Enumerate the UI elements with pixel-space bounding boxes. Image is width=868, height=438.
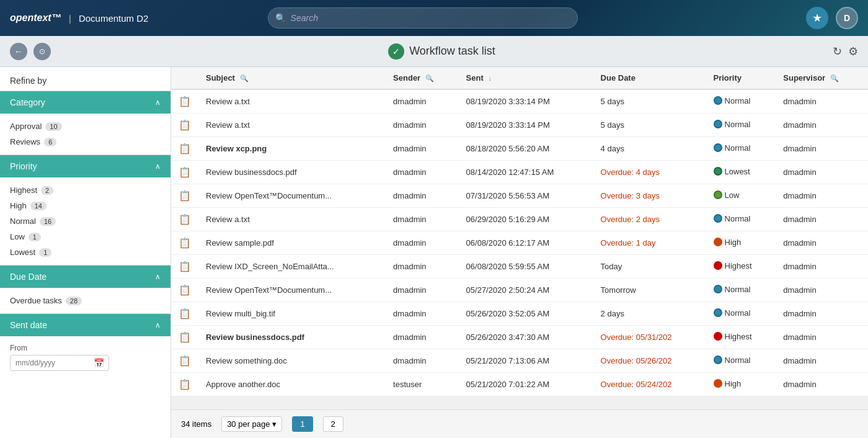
favorites-button[interactable]: ★ (806, 7, 828, 29)
table-row[interactable]: 📋 Review businessdocs.pdf dmadmin 05/26/… (171, 326, 868, 349)
header-actions: ★ D (806, 7, 858, 29)
normal-badge: 16 (40, 217, 56, 226)
logo-opentext: opentext™ (10, 12, 61, 24)
priority-dot (714, 308, 722, 317)
task-table: Subject 🔍 Sender 🔍 Sent ↓ Due Date Prio (171, 67, 868, 396)
filter-item-highest[interactable]: Highest 2 (10, 182, 161, 198)
page-title-container: ✓ Workflow task list (51, 43, 833, 60)
refresh-icon: ↻ (833, 45, 842, 58)
filter-item-approval[interactable]: Approval 10 (10, 118, 161, 134)
per-page-selector[interactable]: 30 per page ▾ (221, 416, 282, 432)
row-priority: Normal (706, 89, 776, 114)
priority-label: Normal (725, 308, 751, 318)
sender-search-icon[interactable]: 🔍 (425, 74, 434, 82)
filter-item-low[interactable]: Low 1 (10, 229, 161, 244)
status-icon: ✓ (388, 43, 404, 60)
user-menu-button[interactable]: D (836, 7, 858, 29)
table-row[interactable]: 📋 Review OpenText™Documentum... dmadmin … (171, 279, 868, 302)
col-duedate: Due Date (593, 67, 706, 89)
col-sender: Sender 🔍 (386, 67, 458, 89)
row-sent: 06/08/2020 6:12:17 AM (459, 231, 593, 255)
table-row[interactable]: 📋 Review businessdocs.pdf dmadmin 08/14/… (171, 161, 868, 184)
row-subject: Review xcp.png (198, 137, 386, 161)
table-row[interactable]: 📋 Review IXD_Screen_NoEmailAtta... dmadm… (171, 255, 868, 279)
document-icon: 📋 (179, 167, 191, 177)
filter-section-sentdate-header[interactable]: Sent date ∧ (0, 314, 170, 336)
filter-section-duedate-header[interactable]: Due Date ∧ (0, 266, 170, 288)
table-row[interactable]: 📋 Review sample.pdf dmadmin 06/08/2020 6… (171, 231, 868, 255)
back-button[interactable]: ← (10, 43, 27, 60)
table-row[interactable]: 📋 Review a.txt dmadmin 08/19/2020 3:33:1… (171, 114, 868, 137)
row-icon-cell: 📋 (171, 349, 198, 373)
category-items: Approval 10 Reviews 6 (0, 114, 170, 154)
sent-sort-icon[interactable]: ↓ (488, 74, 492, 82)
row-supervisor: dmadmin (776, 302, 868, 326)
row-subject: Review a.txt (198, 208, 386, 231)
row-supervisor: dmadmin (776, 137, 868, 161)
duedate-items: Overdue tasks 28 (0, 288, 170, 313)
row-sent: 06/08/2020 5:59:55 AM (459, 255, 593, 279)
filter-item-label: Lowest (10, 248, 35, 257)
user-initial: D (844, 13, 850, 23)
row-subject: Review multi_big.tif (198, 302, 386, 326)
row-due: Tomorrow (593, 279, 706, 302)
row-subject: Review businessdocs.pdf (198, 161, 386, 184)
document-icon: 📋 (179, 285, 191, 295)
row-sender: dmadmin (386, 89, 458, 114)
subject-search-icon[interactable]: 🔍 (240, 74, 249, 82)
row-sender: dmadmin (386, 349, 458, 373)
settings-button[interactable]: ⚙ (848, 45, 858, 58)
row-subject: Review IXD_Screen_NoEmailAtta... (198, 255, 386, 279)
filter-item-label: Reviews (10, 137, 40, 146)
row-icon-cell: 📋 (171, 255, 198, 279)
filter-item-overdue[interactable]: Overdue tasks 28 (10, 293, 161, 308)
row-supervisor: dmadmin (776, 326, 868, 349)
page-1-button[interactable]: 1 (292, 416, 312, 432)
table-row[interactable]: 📋 Review something.doc dmadmin 05/21/202… (171, 349, 868, 373)
priority-label: High (725, 238, 742, 247)
table-row[interactable]: 📋 Review a.txt dmadmin 08/19/2020 3:33:1… (171, 89, 868, 114)
row-supervisor: dmadmin (776, 161, 868, 184)
sub-header-actions: ↻ ⚙ (833, 45, 858, 58)
row-sent: 05/26/2020 3:52:05 AM (459, 302, 593, 326)
document-icon: 📋 (179, 143, 191, 154)
chevron-up-icon: ∧ (155, 272, 161, 281)
page-2-button[interactable]: 2 (323, 416, 343, 432)
priority-label: Normal (725, 285, 751, 294)
priority-items: Highest 2 High 14 Normal 16 Low 1 Lowest (0, 177, 170, 265)
row-priority: Low (706, 184, 776, 208)
table-row[interactable]: 📋 Review xcp.png dmadmin 08/18/2020 5:56… (171, 137, 868, 161)
filter-section-category-header[interactable]: Category ∧ (0, 91, 170, 114)
sidebar: Refine by Category ∧ Approval 10 Reviews… (0, 67, 171, 438)
refresh-button[interactable]: ↻ (833, 45, 842, 58)
col-sent: Sent ↓ (459, 67, 593, 89)
filter-item-high[interactable]: High 14 (10, 198, 161, 213)
filter-icon: ⊙ (39, 47, 45, 56)
filter-section-priority-header[interactable]: Priority ∧ (0, 155, 170, 177)
row-sender: dmadmin (386, 161, 458, 184)
row-sent: 08/19/2020 3:33:14 PM (459, 114, 593, 137)
table-row[interactable]: 📋 Review OpenText™Documentum... dmadmin … (171, 184, 868, 208)
row-priority: Normal (706, 114, 776, 137)
search-input[interactable] (268, 7, 578, 29)
priority-dot (714, 214, 722, 223)
document-icon: 📋 (179, 96, 191, 107)
row-subject: Review OpenText™Documentum... (198, 279, 386, 302)
table-header: Subject 🔍 Sender 🔍 Sent ↓ Due Date Prio (171, 67, 868, 89)
row-due: 5 days (593, 114, 706, 137)
priority-dot (714, 143, 722, 152)
row-sent: 08/18/2020 5:56:20 AM (459, 137, 593, 161)
filter-button[interactable]: ⊙ (33, 43, 51, 60)
filter-item-reviews[interactable]: Reviews 6 (10, 134, 161, 150)
table-row[interactable]: 📋 Review multi_big.tif dmadmin 05/26/202… (171, 302, 868, 326)
filter-item-normal[interactable]: Normal 16 (10, 213, 161, 229)
row-priority: Highest (706, 326, 776, 349)
row-due: Overdue: 05/31/202 (593, 326, 706, 349)
filter-item-lowest[interactable]: Lowest 1 (10, 244, 161, 260)
table-row[interactable]: 📋 Review a.txt dmadmin 06/29/2020 5:16:2… (171, 208, 868, 231)
supervisor-search-icon[interactable]: 🔍 (830, 74, 839, 82)
priority-dot (714, 285, 722, 293)
row-supervisor: dmadmin (776, 184, 868, 208)
table-row[interactable]: 📋 Approve another.doc testuser 05/21/202… (171, 373, 868, 396)
row-subject: Review sample.pdf (198, 231, 386, 255)
